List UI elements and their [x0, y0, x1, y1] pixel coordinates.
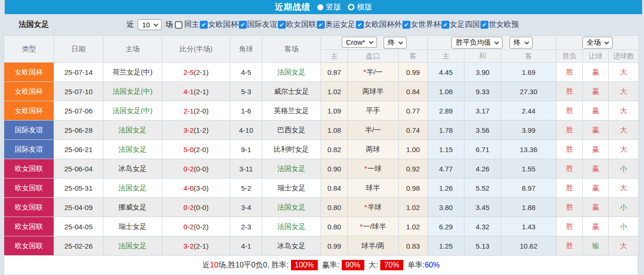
- chevron-down-icon: [399, 40, 403, 44]
- subcol-eu-draw: 和: [464, 50, 501, 63]
- scope-select-value: 全场: [587, 38, 601, 47]
- competition-filter-5[interactable]: ✔女世界杯: [402, 20, 441, 30]
- same-home-label: 同主: [184, 20, 199, 30]
- europe-draw-odds: 3.90: [464, 63, 501, 82]
- team-name-label: 法国女足: [19, 20, 49, 30]
- handicap-line: *球半: [348, 178, 399, 198]
- match-count-select[interactable]: 10: [138, 19, 162, 30]
- summary-bar: 近10场,胜10平0负0, 胜率:100% 赢率:90% 大:70% 单率:60…: [4, 256, 638, 275]
- competition-filter-3[interactable]: ✔奥运女足: [316, 20, 355, 30]
- checkbox-checked-icon[interactable]: ✔: [402, 21, 410, 29]
- score-cell: 2-1(2-0): [162, 101, 230, 121]
- recent-results-table: 类型 日期 主场 比分(半场) 角球 客场 Crow* 终 胜平负均值: [4, 35, 639, 256]
- checkbox-checked-icon[interactable]: ✔: [480, 21, 488, 29]
- europe-draw-odds: 6.71: [464, 140, 501, 159]
- europe-away-odds: 1.55: [501, 159, 557, 178]
- radio-horizontal-layout[interactable]: 横版: [348, 2, 372, 12]
- checkbox-checked-icon[interactable]: ✔: [317, 21, 325, 29]
- match-row: 欧女国联 25-04-09 挪威女足 0-2(0-0) 3-4 法国女足 0.8…: [4, 198, 639, 217]
- scope-select[interactable]: 全场: [582, 37, 613, 49]
- away-team-name: 瑞士女足: [277, 184, 306, 192]
- subcol-eu-away: 客: [501, 50, 557, 63]
- competition-label: 女足四国: [450, 20, 480, 30]
- full-time-score: 4-0: [183, 184, 194, 192]
- match-date: 25-06-21: [54, 140, 103, 159]
- score-cell: 0-2(0-0): [162, 198, 230, 217]
- radio-horizontal-label: 横版: [357, 2, 372, 12]
- competition-badge: 国际友谊: [4, 140, 54, 159]
- games-label: 场: [165, 20, 173, 30]
- goals-result: 小: [609, 198, 639, 217]
- europe-away-odds: 1.43: [501, 217, 557, 236]
- away-team-name: 法国女足: [277, 222, 306, 230]
- handicap-line-text: 半球: [368, 203, 382, 211]
- checkbox-checked-icon[interactable]: ✔: [278, 21, 286, 29]
- handicap-line: *球半/两: [348, 236, 399, 256]
- checkbox-checked-icon[interactable]: ✔: [200, 21, 208, 29]
- match-row: 女欧国杯 25-07-14 荷兰女足(中) 2-5(2-1) 4-5 法国女足 …: [4, 63, 639, 82]
- away-team-cell: 法国女足: [262, 159, 321, 178]
- europe-draw-odds: 9.33: [464, 82, 501, 101]
- score-cell: 0-2(0-0): [162, 159, 230, 178]
- home-team-cell: 法国女足: [103, 121, 162, 140]
- checkbox-checked-icon[interactable]: ✔: [239, 21, 247, 29]
- asterisk-marker: *: [364, 203, 367, 211]
- europe-time-select[interactable]: 终: [510, 37, 533, 49]
- match-row: 欧女国联 25-05-31 法国女足 4-0(3-0) 5-2 瑞士女足 0.8…: [4, 178, 639, 198]
- competition-filter-7[interactable]: ✔世女欧预: [480, 20, 519, 30]
- europe-home-odds: 1.25: [428, 236, 464, 256]
- summary-rate-badge: 70%: [380, 260, 403, 270]
- corner-count: 2-3: [230, 217, 262, 236]
- europe-odds-select[interactable]: 胜平负均值: [451, 37, 503, 49]
- match-row: 欧女国联 25-02-26 法国女足 3-2(2-1) 4-1 冰岛女足 0.9…: [4, 236, 639, 256]
- competition-filter-0[interactable]: ✔女欧国杯: [199, 20, 238, 30]
- win-loss-result: 胜: [557, 140, 583, 159]
- half-time-score: (2-1): [194, 242, 209, 250]
- competition-filter-1[interactable]: ✔国际友谊: [238, 20, 277, 30]
- goals-result: 大: [609, 236, 639, 256]
- match-row: 国际友谊 25-06-21 法国女足 5-0(2-0) 9-1 比利时女足 0.…: [4, 140, 639, 159]
- full-time-score: 4-1: [183, 88, 194, 96]
- corner-count: 4-10: [230, 121, 262, 140]
- corner-count: 3-11: [230, 159, 262, 178]
- home-team-cell: 法国女足(中): [103, 82, 162, 101]
- goals-result: 小: [609, 217, 639, 236]
- col-header-type: 类型: [4, 36, 54, 63]
- competition-filter-4[interactable]: ✔女欧国杯外: [355, 20, 402, 30]
- away-team-name: 法国女足: [277, 164, 306, 172]
- handicap-line: *两球: [348, 140, 399, 159]
- handicap-home-odds: 0.80: [321, 217, 348, 236]
- full-time-score: 3-2: [183, 242, 194, 250]
- home-team-cell: 法国女足: [103, 178, 162, 198]
- score-cell: 0-2(0-2): [162, 217, 230, 236]
- corner-count: 3-4: [230, 198, 262, 217]
- europe-draw-odds: 3.56: [464, 121, 501, 140]
- half-time-score: (0-0): [194, 165, 209, 173]
- radio-vertical-layout[interactable]: 竖版: [317, 2, 341, 12]
- handicap-time-select[interactable]: 终: [384, 37, 407, 49]
- home-team-cell: 挪威女足: [103, 198, 162, 217]
- full-time-score: 5-0: [183, 146, 194, 154]
- chevron-down-icon: [495, 40, 499, 44]
- chevron-down-icon: [369, 39, 373, 44]
- away-team-cell: 瑞士女足: [262, 178, 321, 198]
- europe-home-odds: 1.78: [428, 121, 464, 140]
- handicap-line-text: 球半: [366, 184, 380, 192]
- checkbox-checked-icon[interactable]: ✔: [356, 21, 364, 29]
- handicap-time-value: 终: [388, 38, 395, 47]
- win-loss-result: 胜: [557, 101, 583, 121]
- score-cell: 4-0(3-0): [162, 178, 230, 198]
- handicap-result: 赢: [583, 178, 609, 198]
- subcol-crow-home: 主: [321, 50, 348, 63]
- bookmaker-select[interactable]: Crow*: [342, 37, 377, 48]
- away-team-cell: 冰岛女足: [262, 236, 321, 256]
- competition-filter-2[interactable]: ✔欧女国联: [277, 20, 316, 30]
- radio-unselected-icon: [348, 4, 354, 10]
- radio-vertical-label: 竖版: [326, 2, 341, 12]
- handicap-select-group: Crow* 终: [321, 36, 428, 50]
- competition-filter-6[interactable]: ✔女足四国: [441, 20, 480, 30]
- checkbox-checked-icon[interactable]: ✔: [441, 21, 449, 29]
- same-home-checkbox[interactable]: [175, 21, 182, 29]
- europe-home-odds: 1.08: [428, 82, 464, 101]
- bookmaker-select-value: Crow*: [346, 38, 365, 46]
